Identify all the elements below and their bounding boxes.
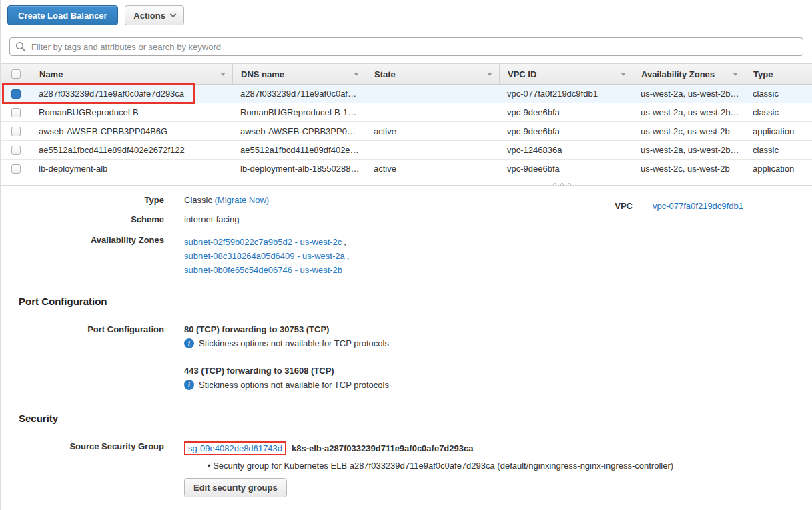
scheme-value: internet-facing bbox=[184, 214, 239, 224]
port-forwarding-entry: 80 (TCP) forwarding to 30753 (TCP) i Sti… bbox=[184, 324, 389, 348]
cell-name: awseb-AWSEB-CPBB3PP04B6G bbox=[31, 126, 232, 136]
cell-state: active bbox=[366, 164, 499, 174]
info-icon: i bbox=[184, 380, 194, 390]
annotation-box-security-group: sg-09e4082de8d61743d bbox=[184, 441, 286, 455]
chevron-down-icon bbox=[170, 11, 177, 17]
cell-vpc: vpc-077fa0f219dc9fdb1 bbox=[499, 89, 633, 99]
create-load-balancer-button[interactable]: Create Load Balancer bbox=[7, 5, 118, 25]
sort-arrow-icon bbox=[487, 73, 492, 76]
load-balancer-details-panel: VPC vpc-077fa0f219dc9fdb1 Type Classic (… bbox=[1, 186, 812, 497]
divider bbox=[19, 312, 812, 312]
port-configuration-label: Port Configuration bbox=[1, 324, 164, 334]
cell-name: a287f033239d711e9af0c0afe7d293ca bbox=[31, 89, 232, 99]
cell-type: classic bbox=[745, 89, 812, 99]
cell-type: classic bbox=[745, 107, 812, 117]
column-header-type[interactable]: Type bbox=[745, 64, 812, 84]
detail-row-scheme: Scheme internet-facing bbox=[1, 214, 812, 224]
cell-vpc: vpc-1246836a bbox=[499, 145, 633, 155]
table-row[interactable]: a287f033239d711e9af0c0afe7d293ca a287f03… bbox=[1, 85, 812, 103]
select-all-checkbox[interactable] bbox=[11, 69, 21, 79]
table-row[interactable]: awseb-AWSEB-CPBB3PP04B6G awseb-AWSEB-CPB… bbox=[1, 122, 812, 141]
scheme-label: Scheme bbox=[1, 214, 164, 224]
row-checkbox[interactable] bbox=[11, 164, 21, 174]
vpc-link[interactable]: vpc-077fa0f219dc9fdb1 bbox=[653, 201, 743, 211]
stickiness-note: Stickiness options not available for TCP… bbox=[199, 338, 389, 348]
actions-button-label: Actions bbox=[133, 11, 165, 21]
cell-az: us-west-2a, us-west-2b… bbox=[633, 89, 745, 99]
sort-arrow-icon bbox=[621, 73, 626, 76]
table-row[interactable]: RomanBUGReproduceLB RomanBUGReproduceLB-… bbox=[1, 103, 812, 122]
edit-security-groups-button[interactable]: Edit security groups bbox=[184, 478, 287, 497]
load-balancers-table: Name DNS name State VPC ID Availability … bbox=[1, 63, 812, 178]
table-row[interactable]: ae5512a1fbcd411e89df402e2672f122 ae5512a… bbox=[1, 141, 812, 160]
cell-az: us-west-2c, us-west-2b bbox=[633, 126, 745, 136]
cell-dns: ae5512a1fbcd411e89df402e… bbox=[232, 145, 366, 155]
subnet-link[interactable]: subnet-08c318264a05d6409 - us-west-2a bbox=[184, 251, 345, 261]
cell-name: ae5512a1fbcd411e89df402e2672f122 bbox=[31, 145, 232, 155]
row-checkbox[interactable] bbox=[11, 127, 21, 136]
vpc-label: VPC bbox=[1, 201, 633, 211]
row-checkbox[interactable] bbox=[11, 108, 21, 117]
divider bbox=[19, 429, 812, 429]
cell-az: us-west-2c, us-west-2b bbox=[633, 164, 745, 174]
cell-name: RomanBUGReproduceLB bbox=[31, 107, 232, 117]
subnet-link[interactable]: subnet-0b0fe65c54de06746 - us-west-2b bbox=[184, 265, 342, 275]
toolbar: Create Load Balancer Actions bbox=[1, 0, 812, 31]
detail-row-availability-zones: Availability Zones subnet-02f59b022c7a9b… bbox=[1, 235, 812, 277]
sort-arrow-icon bbox=[220, 73, 226, 76]
cell-type: application bbox=[745, 164, 812, 174]
column-header-state[interactable]: State bbox=[366, 64, 499, 84]
security-group-link[interactable]: sg-09e4082de8d61743d bbox=[188, 443, 282, 453]
cell-name: lb-deployment-alb bbox=[31, 164, 232, 174]
table-row[interactable]: lb-deployment-alb lb-deployment-alb-1855… bbox=[1, 160, 812, 178]
row-checkbox[interactable] bbox=[11, 89, 21, 99]
cell-vpc: vpc-9dee6bfa bbox=[499, 107, 633, 117]
port-forwarding-entry: 443 (TCP) forwarding to 31608 (TCP) i St… bbox=[184, 366, 389, 390]
cell-az: us-west-2a, us-west-2b… bbox=[633, 145, 745, 155]
sort-arrow-icon bbox=[733, 73, 738, 76]
search-icon bbox=[15, 41, 26, 52]
row-checkbox[interactable] bbox=[11, 146, 21, 155]
source-security-group-label: Source Security Group bbox=[1, 441, 164, 451]
cell-type: application bbox=[745, 126, 812, 136]
subnet-link[interactable]: subnet-02f59b022c7a9b5d2 - us-west-2c bbox=[184, 237, 342, 247]
port-configuration-heading: Port Configuration bbox=[19, 296, 812, 307]
table-header-row: Name DNS name State VPC ID Availability … bbox=[1, 63, 812, 85]
port-forwarding-value: 80 (TCP) forwarding to 30753 (TCP) bbox=[184, 324, 389, 334]
cell-dns: RomanBUGReproduceLB-1… bbox=[232, 107, 366, 117]
column-header-dns-name[interactable]: DNS name bbox=[232, 64, 366, 84]
column-header-name[interactable]: Name bbox=[31, 64, 232, 84]
cell-dns: awseb-AWSEB-CPBB3PP0… bbox=[232, 126, 366, 136]
column-header-vpc-id[interactable]: VPC ID bbox=[499, 64, 633, 84]
detail-row-source-security-group: Source Security Group sg-09e4082de8d6174… bbox=[1, 441, 812, 497]
cell-dns: a287f033239d711e9af0c0af… bbox=[232, 89, 366, 99]
column-header-availability-zones[interactable]: Availability Zones bbox=[633, 64, 745, 84]
security-heading: Security bbox=[19, 413, 812, 424]
cell-vpc: vpc-9dee6bfa bbox=[499, 164, 633, 174]
actions-button[interactable]: Actions bbox=[125, 5, 184, 25]
cell-vpc: vpc-9dee6bfa bbox=[499, 126, 633, 136]
info-icon: i bbox=[184, 338, 194, 348]
sort-arrow-icon bbox=[354, 73, 359, 76]
security-group-description: • Security group for Kubernetes ELB a287… bbox=[208, 461, 673, 471]
cell-type: classic bbox=[745, 145, 812, 155]
availability-zones-label: Availability Zones bbox=[1, 235, 164, 245]
detail-row-port-configuration: Port Configuration 80 (TCP) forwarding t… bbox=[1, 324, 812, 390]
stickiness-note: Stickiness options not available for TCP… bbox=[199, 380, 389, 390]
pane-splitter[interactable] bbox=[1, 178, 812, 186]
cell-state: active bbox=[366, 126, 499, 136]
filter-bar bbox=[1, 31, 812, 63]
cell-dns: lb-deployment-alb-18550288… bbox=[232, 164, 366, 174]
security-group-name: k8s-elb-a287f033239d711e9af0c0afe7d293ca bbox=[292, 443, 474, 453]
cell-az: us-west-2a, us-west-2b… bbox=[633, 107, 745, 117]
search-input[interactable] bbox=[9, 37, 803, 56]
port-forwarding-value: 443 (TCP) forwarding to 31608 (TCP) bbox=[184, 366, 389, 376]
